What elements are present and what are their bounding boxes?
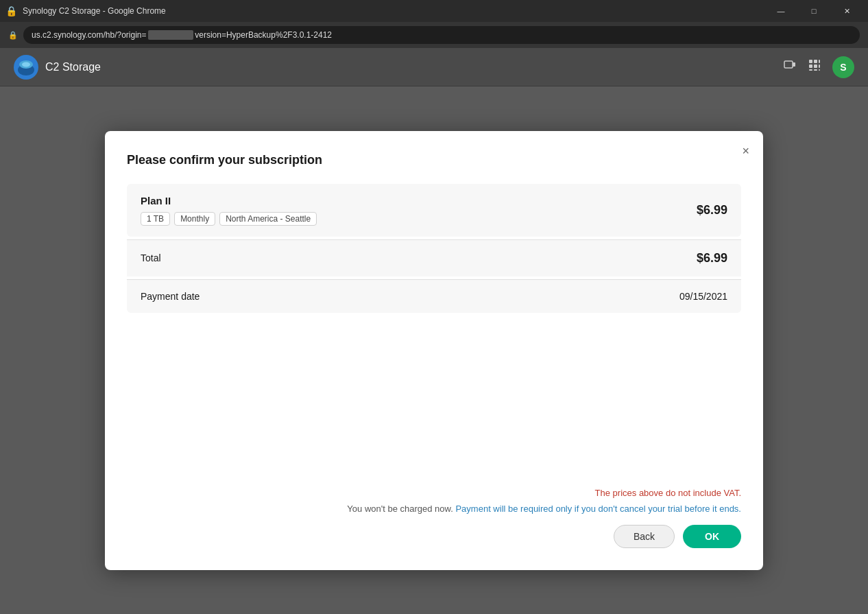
payment-label: Payment date [141, 291, 200, 302]
trial-notice: You won't be charged now. Payment will b… [347, 504, 741, 514]
svg-rect-12 [809, 69, 812, 71]
subscription-modal: × Please confirm your subscription Plan … [105, 131, 763, 570]
svg-rect-8 [819, 60, 820, 63]
trial-notice-highlight: Payment will be required only if you don… [455, 504, 741, 514]
plan-name: Plan II [141, 195, 317, 206]
page-background: × Please confirm your subscription Plan … [0, 86, 868, 614]
lock-icon: 🔒 [8, 31, 18, 40]
user-avatar[interactable]: S [832, 56, 854, 78]
notification-icon[interactable] [783, 58, 797, 75]
title-bar: 🔒 Synology C2 Storage - Google Chrome — … [0, 0, 868, 22]
back-button[interactable]: Back [614, 525, 675, 548]
close-button[interactable]: ✕ [831, 0, 863, 22]
minimize-button[interactable]: — [765, 0, 797, 22]
svg-rect-7 [814, 60, 817, 63]
svg-point-3 [22, 62, 30, 67]
header-right: S [783, 56, 854, 78]
plan-tag-storage: 1 TB [141, 212, 170, 226]
payment-date-value: 09/15/2021 [679, 291, 727, 302]
plan-tag-billing: Monthly [174, 212, 215, 226]
svg-rect-13 [814, 69, 817, 71]
favicon: 🔒 [5, 5, 17, 16]
app-title: C2 Storage [45, 61, 101, 73]
vat-notice: The prices above do not include VAT. [595, 488, 741, 498]
svg-rect-9 [809, 64, 812, 68]
maximize-button[interactable]: □ [798, 0, 830, 22]
app-header: C2 Storage S [0, 48, 868, 86]
url-input[interactable]: us.c2.synology.com/hb/?origin= version=H… [23, 26, 860, 44]
ok-button[interactable]: OK [683, 525, 741, 548]
svg-rect-10 [814, 64, 817, 68]
modal-title: Please confirm your subscription [127, 153, 741, 167]
svg-rect-14 [819, 69, 820, 71]
payment-date-row: Payment date 09/15/2021 [127, 280, 741, 313]
svg-rect-4 [784, 61, 793, 68]
total-label: Total [141, 252, 161, 263]
plan-row: Plan II 1 TB Monthly North America - Sea… [127, 184, 741, 237]
total-row: Total $6.99 [127, 240, 741, 276]
plan-tags: 1 TB Monthly North America - Seattle [141, 212, 317, 226]
plan-tag-region: North America - Seattle [219, 212, 317, 226]
total-price: $6.99 [697, 251, 727, 265]
plan-price: $6.99 [697, 203, 727, 217]
modal-buttons: Back OK [614, 525, 741, 548]
svg-rect-6 [809, 60, 812, 63]
svg-rect-5 [793, 62, 795, 67]
synology-logo-icon [14, 55, 38, 80]
address-bar: 🔒 us.c2.synology.com/hb/?origin= version… [0, 22, 868, 48]
svg-rect-11 [819, 64, 820, 68]
plan-info: Plan II 1 TB Monthly North America - Sea… [141, 195, 317, 226]
modal-close-button[interactable]: × [742, 145, 749, 157]
grid-icon[interactable] [808, 58, 821, 75]
modal-footer: The prices above do not include VAT. You… [127, 471, 741, 548]
app-logo: C2 Storage [14, 55, 101, 80]
url-text: us.c2.synology.com/hb/?origin= version=H… [32, 30, 332, 40]
window-controls: — □ ✕ [765, 0, 863, 22]
browser-title: Synology C2 Storage - Google Chrome [23, 6, 760, 16]
